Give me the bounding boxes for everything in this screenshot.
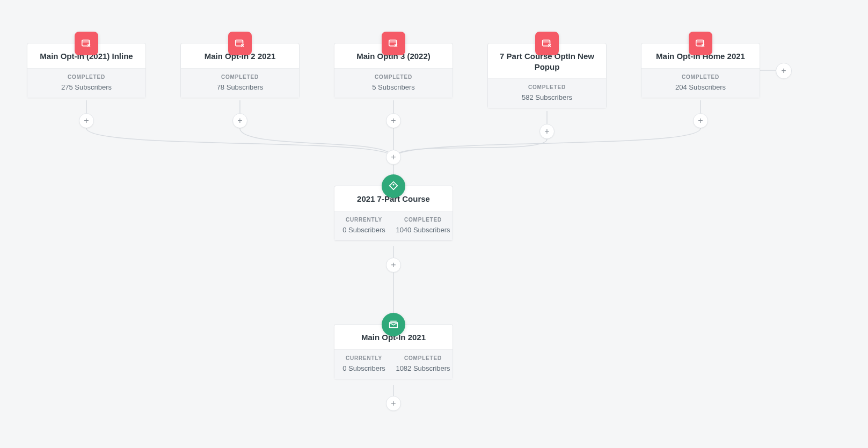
node-form-main-optin-2021-inline[interactable]: Main Opt-in (2021) Inline COMPLETED 275 … [27, 43, 146, 98]
stat-label-completed: COMPLETED [490, 84, 604, 90]
plus-icon: + [698, 116, 703, 125]
stat-value-completed: 204 Subscribers [644, 83, 757, 91]
plus-icon: + [84, 116, 89, 125]
add-step-button[interactable]: + [386, 150, 401, 165]
add-step-button[interactable]: + [386, 396, 401, 411]
plus-icon: + [237, 116, 242, 125]
stat-value-currently: 0 Subscribers [337, 226, 391, 234]
add-step-button[interactable]: + [386, 258, 401, 273]
stat-value-currently: 0 Subscribers [337, 364, 391, 372]
tag-icon [382, 174, 405, 198]
add-entry-point-button[interactable]: + [776, 63, 792, 79]
node-form-main-optin-3-2022[interactable]: Main Optin 3 (2022) COMPLETED 5 Subscrib… [334, 43, 453, 98]
stat-value-completed: 275 Subscribers [30, 83, 143, 91]
form-icon [689, 32, 712, 55]
node-sequence-main-optin-2021[interactable]: Main Opt-In 2021 CURRENTLY 0 Subscribers… [334, 324, 453, 379]
node-form-main-optin-home-2021[interactable]: Main Opt-in Home 2021 COMPLETED 204 Subs… [641, 43, 760, 98]
svg-point-5 [393, 184, 395, 186]
stat-value-completed: 1082 Subscribers [396, 364, 450, 372]
stat-label-completed: COMPLETED [644, 74, 757, 80]
node-form-main-optin-2-2021[interactable]: Main Opt-In 2 2021 COMPLETED 78 Subscrib… [180, 43, 300, 98]
add-step-button[interactable]: + [386, 113, 401, 128]
stat-value-completed: 1040 Subscribers [396, 226, 450, 234]
stat-label-completed: COMPLETED [337, 74, 450, 80]
stat-label-completed: COMPLETED [396, 355, 450, 361]
plus-icon: + [391, 116, 396, 125]
node-sequence-2021-7-part-course[interactable]: 2021 7-Part Course CURRENTLY 0 Subscribe… [334, 186, 453, 241]
form-icon [75, 32, 98, 55]
stat-value-completed: 582 Subscribers [490, 93, 604, 101]
add-step-button[interactable]: + [79, 113, 94, 128]
stat-label-completed: COMPLETED [396, 217, 450, 223]
stat-label-currently: CURRENTLY [337, 355, 391, 361]
add-step-button[interactable]: + [693, 113, 708, 128]
plus-icon: + [544, 127, 549, 136]
add-step-button[interactable]: + [232, 113, 247, 128]
stat-label-completed: COMPLETED [30, 74, 143, 80]
plus-icon: + [391, 399, 396, 408]
automation-canvas[interactable]: Main Opt-in (2021) Inline COMPLETED 275 … [0, 0, 868, 448]
form-icon [228, 32, 252, 55]
stat-label-completed: COMPLETED [183, 74, 297, 80]
stat-value-completed: 78 Subscribers [183, 83, 297, 91]
stat-value-completed: 5 Subscribers [337, 83, 450, 91]
plus-icon: + [391, 153, 396, 161]
add-step-button[interactable]: + [539, 124, 555, 139]
plus-icon: + [391, 261, 396, 269]
stat-label-currently: CURRENTLY [337, 217, 391, 223]
plus-icon: + [781, 67, 786, 75]
form-icon [535, 32, 559, 55]
email-sequence-icon [382, 313, 405, 336]
form-icon [382, 32, 405, 55]
node-form-7-part-course-optin-popup[interactable]: 7 Part Course OptIn New Popup COMPLETED … [487, 43, 607, 108]
